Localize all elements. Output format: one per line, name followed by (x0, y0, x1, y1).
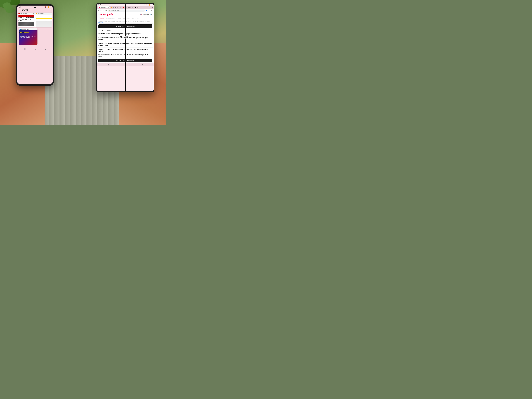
download-button[interactable]: ⬇ (148, 10, 150, 12)
disney-badge: WE GOT THIS COVERED (19, 32, 29, 33)
amazon-nav: Best Sellers Prime Video New Releases (36, 19, 52, 20)
tab-row-1: CNN - Breaking ✕ CNN LIVE TV Florida gov… (18, 13, 52, 27)
amazon-search-bar (36, 18, 52, 19)
cnn-logo: CNN LIVE TV (19, 15, 34, 17)
disney-favicon (19, 29, 21, 30)
iphone13-label: iPhone 13 (119, 36, 129, 38)
new-tab-label: New tab (21, 9, 48, 11)
back-button[interactable]: ‹ (45, 48, 46, 50)
cnn-subtext: New data says the state's weekly average… (19, 26, 34, 27)
amazon-tab-right[interactable]: Amazon.com: S... ✕ (110, 6, 122, 8)
trending-flip3[interactable]: Galaxy Z Flip 3 (132, 18, 139, 19)
home-button[interactable]: ○ (35, 48, 36, 50)
recent-apps-button-right[interactable]: ||| (108, 63, 109, 65)
espn-favicon (123, 7, 124, 8)
toms-guide-tab[interactable]: Tom's Guide | Te... ✕ (98, 6, 110, 8)
search-button[interactable]: 🔍 (150, 14, 152, 16)
hamburger-menu[interactable]: ≡ (98, 14, 100, 16)
overflow-menu-button[interactable]: ⋮ (49, 9, 52, 12)
bottom-verizon-logo: verizon (116, 60, 120, 61)
trending-fold3[interactable]: Galaxy Z Fold 3 (123, 18, 130, 19)
right-status-icons: ⚙ 📍 ▲ 📶 54% (144, 4, 152, 6)
subscribe-button[interactable]: Subscribe ▼ (143, 14, 149, 15)
cnn-favicon (19, 13, 20, 14)
amazon-tab-close-right[interactable]: ✕ (120, 7, 121, 8)
latest-news-icon: ☆ (98, 29, 100, 32)
amazon-search-label: Search Amazon (36, 17, 52, 17)
verizon-logo: verizon (116, 25, 120, 27)
espn-tab-close[interactable]: ✕ (132, 7, 133, 8)
amazon-tab-content: amazon Search Amazon Best Sellers Prime … (35, 15, 52, 27)
affiliate-text: Tom's Guide is supported by its audience… (98, 21, 150, 22)
amazon-logo: amazon (36, 15, 52, 17)
bookmark-button[interactable]: ★ (146, 10, 147, 12)
toms-favicon (99, 7, 100, 8)
disney-tab-card[interactable]: Disney Has Rep... ✕ WE GOT THIS COVERED … (19, 28, 38, 45)
url-text: tomsguide.com (111, 10, 119, 11)
tmz-tab-title: TMZ (137, 7, 139, 8)
back-nav-button[interactable]: ← (100, 10, 102, 12)
tmz-tab[interactable]: TMZ (134, 6, 139, 8)
disney-date: Aug 19, 2021 3:37 pm (19, 38, 37, 40)
back-button-right[interactable]: ‹ (142, 63, 143, 65)
add-tab-button[interactable]: + (18, 9, 20, 12)
recent-apps-button[interactable]: ||| (24, 48, 25, 50)
disney-tab-header: Disney Has Rep... ✕ (19, 28, 38, 30)
home-nav-button[interactable]: ⌂ (98, 10, 99, 12)
amazon-tab-card[interactable]: Amazon.com: S ✕ amazon Search Amazon Bes… (35, 13, 52, 27)
tab-cards-container: CNN - Breaking ✕ CNN LIVE TV Florida gov… (17, 12, 53, 46)
verizon-tagline: Get Fios Home Internet. (122, 25, 135, 27)
lock-icon: 🔒 (109, 10, 110, 11)
amazon-tab-title: Amazon.com: S (38, 13, 50, 14)
add-tab-button-right[interactable]: + (152, 6, 153, 8)
left-phone-header[interactable]: + New tab ⋮ (17, 8, 53, 12)
toms-tab-close[interactable]: ✕ (108, 7, 109, 8)
disney-tab-close[interactable]: ✕ (36, 29, 37, 30)
right-time: 5:59 (98, 4, 101, 6)
tab-row-2: Disney Has Rep... ✕ WE GOT THIS COVERED … (18, 28, 52, 45)
left-phone-camera (34, 6, 36, 8)
left-phone-nav: ||| ○ ‹ (17, 47, 53, 51)
toms-header-right: 🇺🇸 Subscribe ▼ 🔍 (140, 14, 152, 16)
country-flag[interactable]: 🇺🇸 (140, 14, 142, 16)
refresh-button[interactable]: ↻ (105, 10, 107, 12)
amazon-favicon-right (111, 7, 112, 8)
cnn-tab-header: CNN - Breaking ✕ (18, 13, 35, 15)
amazon-tab-title-right: Amazon.com: S... (113, 7, 120, 8)
amazon-tab-header: Amazon.com: S ✕ (35, 13, 52, 15)
latest-news-title: LATEST NEWS (101, 30, 111, 31)
disney-tab-content: WE GOT THIS COVERED Disney Has Reportedl… (19, 30, 38, 45)
right-phone-camera (125, 3, 126, 5)
espn-tab[interactable]: ESPN: Serving s... ✕ (122, 6, 134, 8)
toms-tab-title: Tom's Guide | Te... (100, 7, 108, 8)
amazon-product-image (36, 21, 52, 27)
bottom-verizon-tagline: Get Fios Home Internet. (122, 60, 135, 61)
cnn-tab-card[interactable]: CNN - Breaking ✕ CNN LIVE TV Florida gov… (18, 13, 35, 27)
cnn-tab-content: CNN LIVE TV Florida governor deploying t… (18, 15, 35, 27)
tmz-favicon (135, 7, 136, 8)
cnn-tab-close[interactable]: ✕ (33, 13, 34, 14)
cnn-headline: Florida governor deploying team to fight… (19, 17, 34, 21)
left-phone: 5:59 🔕 ✉ 📶 66% + New tab ⋮ CNN - Breakin… (16, 4, 54, 86)
disney-tab-title: Disney Has Rep... (21, 29, 36, 30)
trending-samsung[interactable]: Samsung Unpacked (106, 18, 115, 19)
trending-iphone13[interactable]: iPhone 13 (117, 18, 121, 19)
disney-headline: Disney Has Reportedly Cuts All Ties With… (19, 36, 37, 38)
left-status-icons: 🔕 ✉ 📶 66% (45, 6, 51, 8)
amazon-favicon (36, 13, 37, 14)
right-phone: 5:59 ⚙ 📍 ▲ 📶 54% Tom's Guide | Te... ✕ A… (96, 3, 154, 92)
left-time: 5:59 (19, 6, 21, 8)
left-phone-screen: 5:59 🔕 ✉ 📶 66% + New tab ⋮ CNN - Breakin… (17, 6, 53, 84)
cnn-image (19, 22, 34, 26)
url-bar[interactable]: 🔒 tomsguide.com (108, 10, 145, 12)
amazon-tab-close[interactable]: ✕ (51, 13, 51, 14)
learn-more-link[interactable]: Learn more (98, 22, 103, 23)
forward-nav-button[interactable]: → (103, 10, 105, 12)
chrome-menu-button[interactable]: ⋮ (151, 10, 152, 12)
toms-logo: tom's guide (100, 13, 113, 16)
fold-crease (125, 3, 126, 92)
cnn-tab-title: CNN - Breaking (20, 13, 33, 14)
espn-tab-title: ESPN: Serving s... (125, 7, 132, 8)
trending-label: TRENDING (98, 18, 104, 19)
